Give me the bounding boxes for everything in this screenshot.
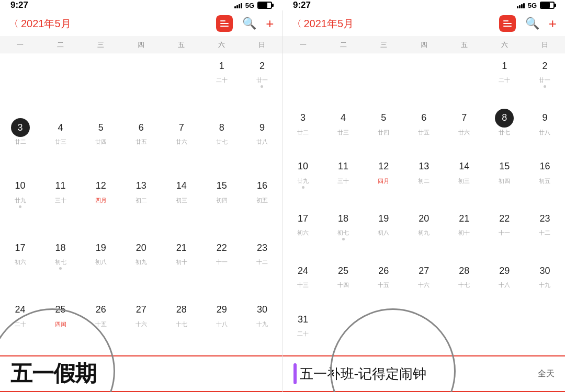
calendar-day-cell[interactable] — [161, 53, 201, 115]
day-number: 17 — [293, 209, 312, 228]
right-prev-month-icon[interactable]: 〈 — [291, 17, 302, 31]
calendar-day-cell[interactable] — [364, 53, 404, 106]
calendar-day-cell[interactable]: 21初十 — [444, 206, 484, 258]
right-cal-grid[interactable]: 1二十2廿一3廿二4廿三5廿四6廿五7廿六8廿七9廿八10廿九11三十12四月1… — [283, 53, 566, 355]
calendar-day-cell[interactable]: 7廿六 — [161, 115, 201, 173]
left-list-view-button[interactable] — [216, 15, 233, 32]
calendar-day-cell[interactable]: 20初九 — [121, 235, 161, 297]
calendar-day-cell[interactable]: 16初五 — [525, 154, 565, 206]
lunar-day: 十九 — [256, 320, 268, 328]
calendar-day-cell[interactable] — [283, 53, 323, 106]
day-number: 23 — [253, 238, 272, 257]
lunar-day: 十八 — [499, 281, 510, 289]
calendar-day-cell[interactable]: 1二十 — [484, 53, 525, 106]
calendar-day-cell[interactable]: 25十四 — [323, 258, 364, 307]
right-search-button[interactable]: 🔍 — [525, 17, 539, 30]
lunar-day: 初十 — [176, 258, 187, 266]
left-month-nav[interactable]: 〈 2021年5月 — [8, 17, 71, 31]
calendar-day-cell[interactable]: 13初二 — [404, 154, 444, 206]
calendar-day-cell[interactable] — [40, 53, 81, 115]
calendar-day-cell[interactable]: 17初六 — [283, 206, 323, 258]
right-month-nav[interactable]: 〈 2021年5月 — [291, 17, 354, 31]
calendar-day-cell[interactable]: 13初二 — [121, 174, 161, 235]
calendar-day-cell[interactable]: 29十八 — [201, 297, 242, 355]
calendar-day-cell[interactable]: 1二十 — [201, 53, 242, 115]
calendar-day-cell[interactable]: 28十七 — [161, 297, 201, 355]
calendar-day-cell[interactable]: 8廿七 — [484, 106, 525, 154]
left-search-button[interactable]: 🔍 — [242, 17, 256, 30]
calendar-day-cell[interactable]: 19初八 — [81, 235, 121, 297]
calendar-day-cell[interactable]: 18初七 — [40, 235, 81, 297]
calendar-day-cell[interactable]: 18初七 — [323, 206, 364, 258]
calendar-day-cell[interactable]: 30十九 — [525, 258, 565, 307]
calendar-day-cell[interactable]: 23十二 — [242, 235, 282, 297]
calendar-day-cell[interactable]: 5廿四 — [81, 115, 121, 173]
calendar-day-cell[interactable] — [444, 53, 484, 106]
calendar-day-cell[interactable]: 6廿五 — [121, 115, 161, 173]
day-number: 31 — [293, 310, 312, 329]
day-number: 15 — [212, 177, 231, 195]
calendar-day-cell[interactable] — [81, 53, 121, 115]
day-number: 29 — [495, 261, 514, 280]
calendar-day-cell[interactable]: 20初九 — [404, 206, 444, 258]
calendar-day-cell[interactable]: 4廿三 — [323, 106, 364, 154]
calendar-day-cell[interactable]: 3廿二 — [283, 106, 323, 154]
day-number: 7 — [172, 118, 191, 137]
calendar-day-cell[interactable] — [323, 53, 364, 106]
right-event-banner[interactable]: 五一补班-记得定闹钟 全天 — [283, 355, 566, 392]
lunar-day: 初九 — [135, 258, 147, 266]
calendar-day-cell[interactable]: 24十三 — [283, 258, 323, 307]
right-list-view-button[interactable] — [499, 15, 516, 32]
calendar-day-cell[interactable]: 14初三 — [161, 174, 201, 235]
calendar-day-cell[interactable]: 10廿九 — [0, 174, 40, 235]
lunar-day: 廿五 — [135, 138, 147, 146]
calendar-day-cell[interactable]: 2廿一 — [242, 53, 282, 115]
calendar-day-cell[interactable]: 5廿四 — [364, 106, 404, 154]
calendar-day-cell[interactable]: 21初十 — [161, 235, 201, 297]
calendar-day-cell[interactable]: 12四月 — [364, 154, 404, 206]
calendar-day-cell[interactable]: 29十八 — [484, 258, 525, 307]
left-add-button[interactable]: + — [266, 16, 274, 32]
calendar-day-cell[interactable]: 2廿一 — [525, 53, 565, 106]
calendar-day-cell[interactable]: 26十五 — [364, 258, 404, 307]
calendar-day-cell[interactable]: 30十九 — [242, 297, 282, 355]
left-prev-month-icon[interactable]: 〈 — [8, 17, 19, 31]
lunar-day: 十九 — [539, 281, 550, 289]
calendar-day-cell[interactable]: 16初五 — [242, 174, 282, 235]
calendar-day-cell[interactable]: 7廿六 — [444, 106, 484, 154]
calendar-day-cell[interactable]: 4廿三 — [40, 115, 81, 173]
calendar-day-cell[interactable]: 22十一 — [484, 206, 525, 258]
calendar-day-cell[interactable]: 19初八 — [364, 206, 404, 258]
calendar-day-cell[interactable]: 12四月 — [81, 174, 121, 235]
lunar-day: 十五 — [95, 320, 107, 328]
calendar-day-cell[interactable]: 27十六 — [404, 258, 444, 307]
right-add-button[interactable]: + — [549, 16, 557, 32]
calendar-day-cell[interactable]: 17初六 — [0, 235, 40, 297]
calendar-day-cell[interactable]: 28十七 — [444, 258, 484, 307]
calendar-day-cell[interactable]: 8廿七 — [201, 115, 242, 173]
left-cal-grid[interactable]: 1二十2廿一3廿二4廿三5廿四6廿五7廿六8廿七9廿八10廿九11三十12四月1… — [0, 53, 282, 355]
calendar-day-cell[interactable]: 25四闰 — [40, 297, 81, 355]
calendar-day-cell[interactable] — [0, 53, 40, 115]
calendar-day-cell[interactable]: 27十六 — [121, 297, 161, 355]
calendar-day-cell[interactable]: 9廿八 — [525, 106, 565, 154]
calendar-day-cell[interactable]: 11三十 — [323, 154, 364, 206]
calendar-day-cell[interactable]: 23十二 — [525, 206, 565, 258]
calendar-day-cell[interactable]: 10廿九 — [283, 154, 323, 206]
right-status-icons: 5G — [517, 2, 555, 9]
right-list-icon-inner — [503, 20, 512, 27]
calendar-day-cell[interactable]: 24二十 — [0, 297, 40, 355]
calendar-day-cell[interactable]: 22十一 — [201, 235, 242, 297]
calendar-day-cell[interactable] — [404, 53, 444, 106]
calendar-day-cell[interactable]: 15初四 — [201, 174, 242, 235]
calendar-day-cell[interactable]: 15初四 — [484, 154, 525, 206]
calendar-day-cell[interactable]: 3廿二 — [0, 115, 40, 173]
calendar-day-cell[interactable]: 9廿八 — [242, 115, 282, 173]
calendar-day-cell[interactable]: 14初三 — [444, 154, 484, 206]
calendar-day-cell[interactable]: 26十五 — [81, 297, 121, 355]
calendar-day-cell[interactable] — [121, 53, 161, 115]
calendar-day-cell[interactable]: 11三十 — [40, 174, 81, 235]
calendar-day-cell[interactable]: 31二十 — [283, 307, 323, 355]
lunar-day: 廿五 — [418, 129, 430, 136]
calendar-day-cell[interactable]: 6廿五 — [404, 106, 444, 154]
